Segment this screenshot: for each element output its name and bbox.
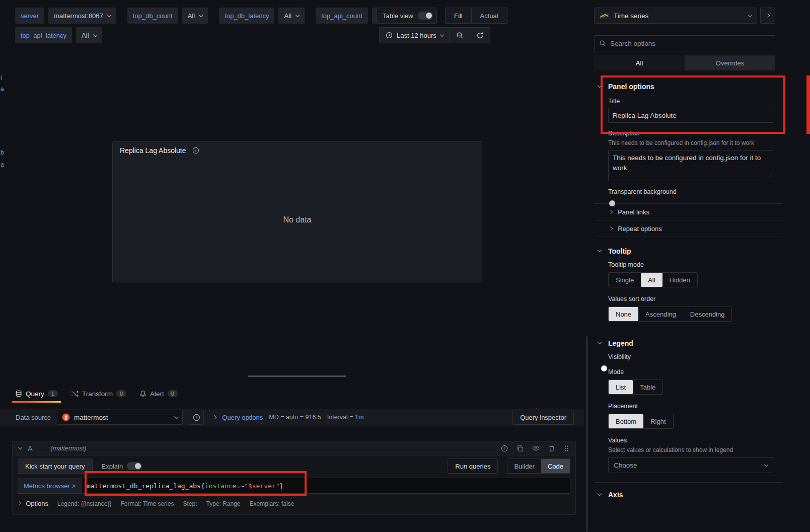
panel-title: Replica Lag Absolute [120, 146, 186, 155]
fill-option[interactable]: Fill [446, 8, 471, 23]
kick-start-query-button[interactable]: Kick start your query [18, 459, 93, 474]
info-icon[interactable] [192, 147, 199, 154]
legend-mode-list[interactable]: List [609, 380, 633, 394]
tab-all[interactable]: All [594, 55, 685, 70]
table-view-toggle[interactable] [418, 12, 433, 20]
sort-none[interactable]: None [609, 307, 638, 321]
collapse-query-icon[interactable] [18, 445, 23, 450]
query-options-toggle[interactable]: Query options [222, 414, 263, 421]
refresh-icon [476, 32, 484, 39]
clock-icon [386, 32, 393, 39]
datasource-name: mattermost [74, 414, 108, 421]
tooltip-mode-all[interactable]: All [641, 273, 662, 287]
trash-icon[interactable] [548, 445, 555, 452]
builder-option[interactable]: Builder [507, 459, 541, 473]
transparent-background-label: Transparent background [608, 188, 773, 195]
eye-icon[interactable] [532, 444, 540, 452]
query-inspector-button[interactable]: Query inspector [512, 410, 574, 425]
scrollbar[interactable] [586, 336, 588, 532]
chevron-down-icon [107, 13, 111, 18]
sidebar-header: Time series [594, 8, 775, 24]
help-icon[interactable]: ? [501, 445, 508, 452]
interval: Interval = 1m [327, 414, 364, 421]
chevron-right-icon [17, 501, 22, 506]
legend-mode-table[interactable]: Table [633, 380, 662, 394]
variable-value: All [188, 12, 195, 20]
placement-bottom[interactable]: Bottom [609, 414, 643, 428]
panel-title-input[interactable] [608, 108, 773, 123]
query-toolbar: Kick start your query Explain Run querie… [18, 459, 570, 474]
sort-ascending[interactable]: Ascending [638, 307, 683, 321]
variable-value-dropdown[interactable]: All [76, 27, 102, 43]
resize-corner-icon[interactable] [767, 175, 772, 179]
variable-label[interactable]: top_api_count [316, 8, 368, 24]
panel-description-textarea[interactable]: This needs to be configured in config.js… [608, 150, 773, 181]
metrics-browser-button[interactable]: Metrics browser > [18, 478, 81, 494]
chevron-down-icon [174, 415, 179, 419]
refresh-button[interactable] [470, 27, 490, 43]
legend-values-help: Select values or calculations to show in… [608, 446, 773, 454]
section-legend[interactable]: Legend [608, 339, 773, 347]
builder-code-toggle: Builder Code [507, 459, 570, 474]
datasource-help-button[interactable]: ? [189, 410, 204, 425]
prometheus-icon [62, 413, 70, 421]
section-tooltip[interactable]: Tooltip [608, 247, 773, 255]
search-options-input[interactable] [610, 40, 770, 47]
variable-value-dropdown[interactable]: mattermost:8067 [48, 8, 116, 24]
expr-operator: =~ [236, 482, 244, 490]
drag-handle-icon[interactable] [564, 445, 569, 452]
chevron-right-icon [212, 415, 217, 420]
placement-right[interactable]: Right [643, 414, 673, 428]
legend-placement-label: Placement [608, 403, 773, 410]
explain-toggle[interactable] [127, 462, 142, 470]
svg-text:?: ? [195, 415, 198, 420]
tab-overrides[interactable]: Overrides [685, 55, 775, 70]
run-queries-button[interactable]: Run queries [448, 459, 498, 474]
section-axis-title: Axis [608, 491, 623, 499]
variable-label[interactable]: server [15, 8, 44, 24]
legend-values-select[interactable]: Choose [608, 457, 773, 473]
query-row-actions: ? [501, 444, 569, 452]
variable-label[interactable]: top_db_count [127, 8, 178, 24]
variable-value-dropdown[interactable]: All [182, 8, 208, 24]
query-row-header[interactable]: A (mattermost) ? [13, 441, 575, 455]
actual-option[interactable]: Actual [471, 8, 507, 23]
sort-descending[interactable]: Descending [683, 307, 732, 321]
variable-server: server mattermost:8067 [15, 8, 116, 24]
code-option[interactable]: Code [541, 459, 570, 473]
tab-alert[interactable]: Alert 0 [139, 385, 178, 403]
option-exemplars: Exemplars: false [250, 500, 294, 507]
repeat-options-row[interactable]: Repeat options [594, 220, 783, 237]
time-range-picker[interactable]: Last 12 hours [379, 27, 450, 43]
legend-mode-group: List Table [608, 379, 663, 395]
query-options-summary-row[interactable]: Options Legend: {{instance}} Format: Tim… [18, 500, 570, 507]
promql-expression-input[interactable]: mattermost_db_replica_lag_abs{instance=~… [81, 478, 570, 494]
section-panel-options[interactable]: Panel options [608, 83, 773, 91]
variable-label[interactable]: top_api_latency [15, 27, 72, 43]
panel-resize-handle[interactable] [248, 375, 346, 377]
chevron-down-icon [598, 84, 602, 88]
tab-transform[interactable]: Transform 0 [71, 385, 126, 403]
chevron-right-icon [609, 210, 613, 214]
datasource-label: Data source [16, 414, 51, 421]
tooltip-mode-single[interactable]: Single [609, 273, 641, 287]
variable-value-dropdown[interactable]: All [278, 8, 305, 24]
expr-label-value: "$server" [244, 482, 279, 490]
copy-icon[interactable] [517, 445, 524, 452]
annotation-highlight-edge-mark [806, 75, 810, 134]
section-axis[interactable]: Axis [608, 491, 773, 499]
datasource-picker[interactable]: mattermost [57, 410, 183, 425]
zoom-out-button[interactable] [450, 27, 470, 43]
variable-label[interactable]: top_db_latency [219, 8, 274, 24]
tab-alert-label: Alert [150, 390, 164, 398]
expr-metric: mattermost_db_replica_lag_abs [87, 482, 201, 490]
tab-query[interactable]: Query 1 [15, 385, 58, 403]
divider [594, 482, 783, 483]
option-step: Step: [183, 500, 197, 507]
visualization-picker[interactable]: Time series [594, 8, 757, 24]
variable-value: All [284, 12, 291, 20]
tooltip-mode-hidden[interactable]: Hidden [662, 273, 697, 287]
clipped-edge-text: a [1, 161, 4, 168]
panel-links-row[interactable]: Panel links [594, 204, 783, 220]
collapse-pane-button[interactable] [760, 8, 775, 24]
